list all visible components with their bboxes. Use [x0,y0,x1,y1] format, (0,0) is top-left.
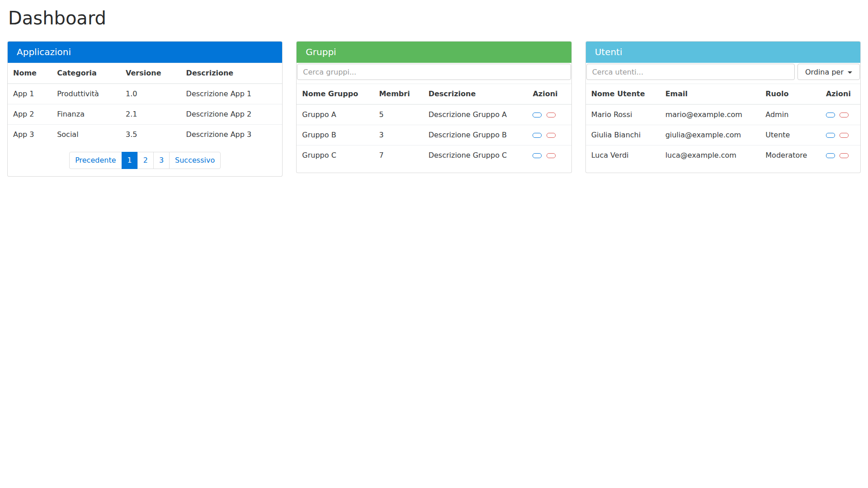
column-header-descrizione: Descrizione [423,84,528,105]
danger-action-button[interactable] [840,113,849,117]
sort-by-label: Ordina per [805,68,844,76]
column-header-nome-gruppo: Nome Gruppo [297,84,373,105]
column-header-categoria: Categoria [52,63,120,84]
table-row: Gruppo C 7 Descrizione Gruppo C [297,145,571,166]
group-name: Gruppo B [297,125,373,145]
user-role: Admin [760,104,821,125]
danger-action-button[interactable] [840,153,849,158]
dashboard-grid: Applicazioni Nome Categoria Versione Des… [7,41,861,177]
applications-panel-header: Applicazioni [8,42,282,63]
user-name: Mario Rossi [586,104,660,125]
pagination-page-3-button[interactable]: 3 [153,152,170,169]
group-members: 5 [373,104,423,125]
group-members: 3 [373,125,423,145]
users-panel: Utenti Ordina per Nome Utente Email Ruol… [585,41,861,173]
primary-action-button[interactable] [533,153,542,158]
group-actions [527,104,571,125]
primary-action-button[interactable] [533,133,542,138]
primary-action-button[interactable] [826,153,835,158]
user-name: Giulia Bianchi [586,125,660,145]
groups-panel: Gruppi Nome Gruppo Membri Descrizione Az… [296,41,571,173]
page-title: Dashboard [8,8,861,28]
app-version: 3.5 [120,125,181,145]
app-category: Produttività [52,84,120,104]
pagination-prev-button[interactable]: Precedente [69,152,122,169]
user-role: Utente [760,125,821,145]
applications-header-row: Nome Categoria Versione Descrizione [8,63,282,84]
table-row: Gruppo B 3 Descrizione Gruppo B [297,125,571,145]
groups-search-row [297,64,571,80]
user-name: Luca Verdi [586,145,660,166]
app-version: 1.0 [120,84,181,104]
table-row: Luca Verdi luca@example.com Moderatore [586,145,860,166]
group-name: Gruppo A [297,104,373,125]
primary-action-button[interactable] [533,113,542,117]
dashboard-page: Dashboard Applicazioni Nome Categoria Ve… [0,0,868,488]
group-description: Descrizione Gruppo C [423,145,528,166]
table-row: App 2 Finanza 2.1 Descrizione App 2 [8,104,282,125]
column-header-azioni: Azioni [527,84,571,105]
column-header-membri: Membri [373,84,423,105]
danger-action-button[interactable] [547,113,556,117]
column-header-ruolo: Ruolo [760,84,821,105]
groups-header-row: Nome Gruppo Membri Descrizione Azioni [297,84,571,105]
users-panel-header: Utenti [586,42,860,63]
group-description: Descrizione Gruppo A [423,104,528,125]
pagination-page-2-button[interactable]: 2 [137,152,154,169]
pagination-page-1-button[interactable]: 1 [122,152,138,169]
group-actions [527,145,571,166]
table-row: Giulia Bianchi giulia@example.com Utente [586,125,860,145]
user-email: mario@example.com [660,104,760,125]
pagination-next-button[interactable]: Successivo [169,152,221,169]
applications-table: Nome Categoria Versione Descrizione App … [8,63,282,145]
table-row: Gruppo A 5 Descrizione Gruppo A [297,104,571,125]
column-header-azioni: Azioni [821,84,860,105]
app-name: App 3 [8,125,52,145]
group-description: Descrizione Gruppo B [423,125,528,145]
column-header-nome: Nome [8,63,52,84]
column-header-versione: Versione [120,63,181,84]
table-row: App 3 Social 3.5 Descrizione App 3 [8,125,282,145]
danger-action-button[interactable] [547,153,556,158]
column-header-descrizione: Descrizione [181,63,283,84]
users-table: Nome Utente Email Ruolo Azioni Mario Ros… [586,84,860,165]
app-category: Social [52,125,120,145]
app-name: App 2 [8,104,52,125]
user-email: giulia@example.com [660,125,760,145]
app-version: 2.1 [120,104,181,125]
groups-panel-header: Gruppi [297,42,571,63]
user-actions [821,145,860,166]
table-row: App 1 Produttività 1.0 Descrizione App 1 [8,84,282,104]
groups-search-input[interactable] [297,64,571,80]
column-header-email: Email [660,84,760,105]
app-category: Finanza [52,104,120,125]
app-description: Descrizione App 2 [181,104,283,125]
group-name: Gruppo C [297,145,373,166]
group-members: 7 [373,145,423,166]
column-header-nome-utente: Nome Utente [586,84,660,105]
table-row: Mario Rossi mario@example.com Admin [586,104,860,125]
caret-down-icon [848,71,852,74]
users-search-row: Ordina per [586,64,860,80]
danger-action-button[interactable] [547,133,556,138]
users-search-input[interactable] [586,64,795,80]
user-actions [821,104,860,125]
pagination: Precedente 1 2 3 Successivo [8,152,282,169]
user-actions [821,125,860,145]
applications-panel: Applicazioni Nome Categoria Versione Des… [7,41,283,177]
user-role: Moderatore [760,145,821,166]
sort-by-dropdown-button[interactable]: Ordina per [797,64,860,80]
users-header-row: Nome Utente Email Ruolo Azioni [586,84,860,105]
primary-action-button[interactable] [826,113,835,117]
app-name: App 1 [8,84,52,104]
danger-action-button[interactable] [840,133,849,138]
primary-action-button[interactable] [826,133,835,138]
group-actions [527,125,571,145]
groups-table: Nome Gruppo Membri Descrizione Azioni Gr… [297,84,571,165]
app-description: Descrizione App 1 [181,84,283,104]
app-description: Descrizione App 3 [181,125,283,145]
user-email: luca@example.com [660,145,760,166]
